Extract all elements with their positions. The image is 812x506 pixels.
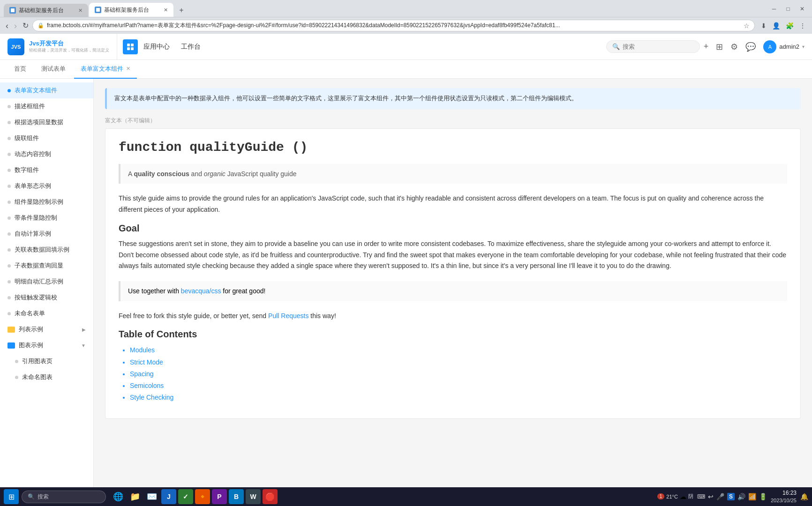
pull-requests-link[interactable]: Pull Requests [268,312,308,320]
extension-icon[interactable]: 🧩 [783,21,796,31]
dot-13 [8,296,11,299]
user-info[interactable]: A admin2 ▾ [763,40,804,53]
dot-8 [8,216,11,220]
breadcrumb-tab-test[interactable]: 测试表单 [35,60,72,79]
nav-item-apps[interactable]: 应用中心 [143,43,170,51]
sidebar-item-sub-query[interactable]: 子表数据查询回显 [0,258,93,274]
logo-icon: JVS [8,38,24,55]
toc-item-strict: Strict Mode [130,357,787,368]
toc-item-modules: Modules [130,344,787,356]
folder-icon-orange [8,327,15,333]
sidebar-item-options[interactable]: 根据选项回显数据 [0,114,93,130]
sidebar-item-desc[interactable]: 描述框组件 [0,98,93,114]
dot-10 [8,248,11,252]
rt-toc-heading: Table of Contents [119,329,787,340]
group-arrow-2: ▼ [81,343,86,348]
tab-2-close[interactable]: ✕ [164,7,168,13]
rt-toc-list: Modules Strict Mode Spacing Semicolons S… [119,344,787,403]
toc-link-semicolons[interactable]: Semicolons [130,382,164,389]
chat-button[interactable]: 💬 [742,40,759,54]
sidebar-group-chart[interactable]: 图表示例 ▼ [0,337,93,353]
sidebar-item-summary[interactable]: 明细自动汇总示例 [0,274,93,290]
window-close[interactable]: ✕ [796,3,808,15]
toc-item-spacing: Spacing [130,368,787,380]
url-bar[interactable]: 🔒 frame.bctools.cn/#/myiframe/urlPath?na… [32,20,755,31]
sidebar-item-related[interactable]: 关联表数据回填示例 [0,242,93,258]
nav-refresh[interactable]: ↻ [21,20,30,31]
toc-item-style-check: Style Checking [130,392,787,403]
search-icon: 🔍 [612,43,620,50]
sidebar-item-form-state[interactable]: 表单形态示例 [0,178,93,194]
lock-icon: 🔒 [38,22,44,29]
dot-1 [8,105,11,108]
toc-link-modules[interactable]: Modules [130,346,155,354]
content-area: 富文本是表单中配置中的一种数据录入组件，他可以设置一些简单的文字格式，这里展示了… [94,79,812,487]
grid-button[interactable]: ⊞ [712,40,727,54]
tab-1-close[interactable]: ✕ [78,7,83,14]
dot-4 [8,153,11,156]
rich-text-readonly: function qualityGuide () A quality consc… [105,128,801,419]
section-label: 富文本（不可编辑） [105,117,801,125]
toc-link-strict[interactable]: Strict Mode [130,358,163,366]
toc-link-spacing[interactable]: Spacing [130,370,154,378]
rt-blockquote-2: Use together with bevacqua/css for great… [119,281,787,301]
group-arrow: ▶ [82,327,86,332]
profile-icon[interactable]: 👤 [770,21,782,31]
browser-tab-2[interactable]: 基础框架服务后台 ✕ [89,3,173,17]
logo-subtitle: 轻松搭建，灵活开发，可视化搭，简洁定义 [29,48,109,53]
rt-subheading-goal: Goal [119,223,787,234]
dot-17 [15,360,18,363]
dot-3 [8,137,11,140]
user-dropdown-icon: ▾ [802,44,804,49]
dot-14 [8,312,11,315]
dot-9 [8,232,11,236]
new-tab-button[interactable]: + [174,4,188,17]
dot-18 [15,376,18,379]
nav-item-workbench[interactable]: 工作台 [181,43,201,51]
browser-tab-1[interactable]: 基础框架服务后台 ✕ [4,4,88,17]
breadcrumb-tab-close[interactable]: ✕ [126,66,130,72]
rt-body-3: Feel free to fork this style guide, or b… [119,311,787,322]
window-minimize[interactable]: ─ [768,3,780,15]
nav-back[interactable]: ‹ [4,21,10,31]
sidebar-item-auto-calc[interactable]: 自动计算示例 [0,226,93,242]
sidebar: 表单富文本组件 描述框组件 根据选项回显数据 级联组件 动态内容控制 数字组件 [0,79,94,487]
dot-active [8,89,11,92]
sidebar-item-button[interactable]: 按钮触发逻辑校 [0,290,93,305]
breadcrumb-tab-richtext[interactable]: 表单富文本组件 ✕ [74,60,137,79]
rt-blockquote-1: A quality conscious and organic JavaScri… [119,164,787,184]
info-banner: 富文本是表单中配置中的一种数据录入组件，他可以设置一些简单的文字格式，这里展示了… [105,88,801,109]
add-button[interactable]: + [700,40,713,53]
toc-link-style-check[interactable]: Style Checking [130,394,173,401]
app-logo: JVS Jvs开发平台 轻松搭建，灵活开发，可视化搭，简洁定义 [8,34,117,60]
breadcrumb-tab-home[interactable]: 首页 [8,60,33,79]
bevacqua-css-link[interactable]: bevacqua/css [181,287,221,295]
tab-1-label: 基础框架服务后台 [19,7,75,15]
dot-2 [8,121,11,124]
sidebar-item-unnamed-chart[interactable]: 未命名图表 [0,369,93,385]
sidebar-item-hidden[interactable]: 组件显隐控制示例 [0,194,93,210]
settings-button[interactable]: ⚙ [727,40,742,54]
header-search[interactable]: 🔍 [606,40,700,53]
sidebar-item-unnamed-form[interactable]: 未命名表单 [0,305,93,321]
sidebar-group-list[interactable]: 列表示例 ▶ [0,321,93,337]
folder-icon-blue [8,342,15,349]
search-input[interactable] [623,43,694,50]
bookmark-icon[interactable]: ☆ [744,22,750,30]
rt-heading: function qualityGuide () [119,140,787,155]
browser-menu-icon[interactable]: ⋮ [797,21,808,31]
app-menu-grid[interactable] [123,39,138,54]
sidebar-item-cond-hidden[interactable]: 带条件显隐控制 [0,210,93,226]
tab-2-label: 基础框架服务后台 [104,6,161,14]
download-icon[interactable]: ⬇ [759,21,769,31]
header-nav: 应用中心 工作台 [143,43,201,51]
url-text: frame.bctools.cn/#/myiframe/urlPath?name… [47,22,741,30]
nav-forward[interactable]: › [12,21,19,31]
dot-5 [8,169,11,172]
sidebar-item-cascade[interactable]: 级联组件 [0,130,93,146]
sidebar-item-number[interactable]: 数字组件 [0,162,93,178]
sidebar-item-richtext[interactable]: 表单富文本组件 [0,82,93,98]
sidebar-item-chart-ref[interactable]: 引用图表页 [0,353,93,369]
sidebar-item-dynamic[interactable]: 动态内容控制 [0,146,93,162]
window-maximize[interactable]: □ [782,3,794,15]
